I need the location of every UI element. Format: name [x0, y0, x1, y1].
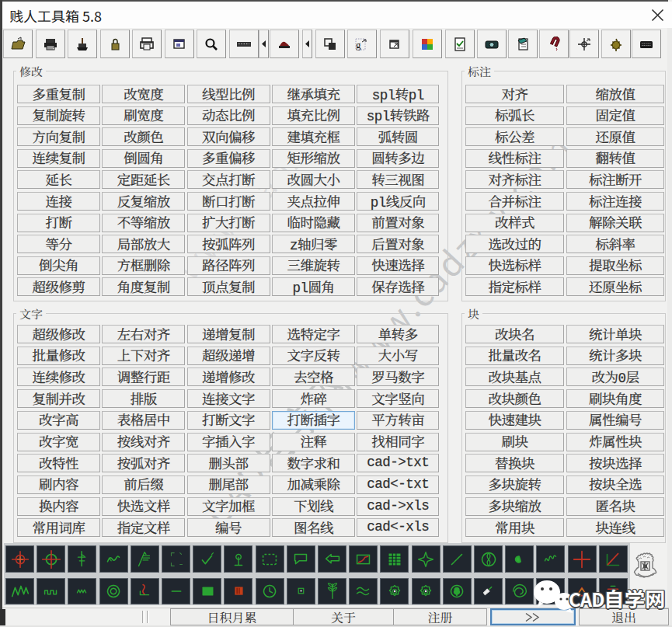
svg-text:g: g: [356, 39, 361, 51]
